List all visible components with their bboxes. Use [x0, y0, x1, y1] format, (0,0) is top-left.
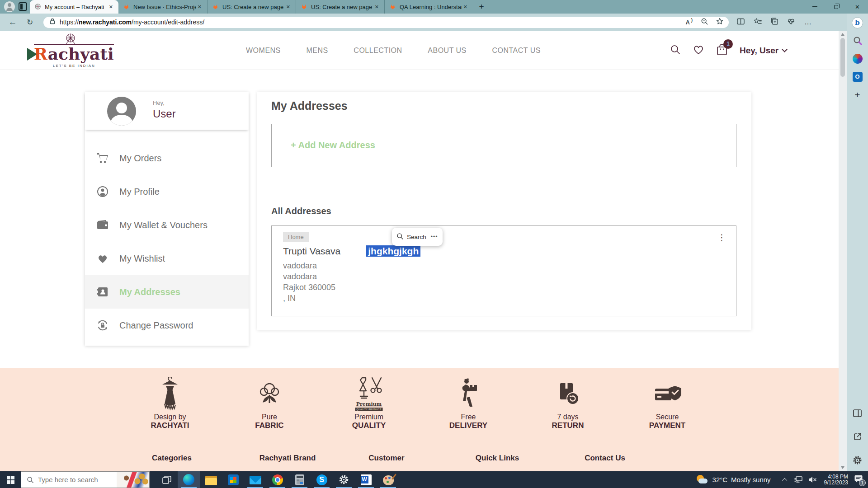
footer-features: Design by RACHYATI Pure FABRIC Premium Q… [120, 373, 717, 430]
window-close-button[interactable]: ✕ [847, 0, 868, 14]
sidebar-item-my-addresses[interactable]: My Addresses [85, 275, 249, 309]
taskbar-app-file-explorer[interactable] [200, 471, 222, 488]
open-external-icon[interactable] [852, 431, 863, 442]
browser-tab[interactable]: US: Create a new page - Checkou ✕ [207, 0, 296, 14]
taskbar-app-word[interactable] [355, 471, 377, 488]
tab-close-icon[interactable]: ✕ [373, 4, 381, 10]
sidebar-search-icon[interactable] [852, 35, 863, 47]
footer-col-brand: Rachyati Brand [259, 454, 316, 463]
zoom-out-icon[interactable] [701, 18, 708, 27]
new-tab-button[interactable]: + [476, 1, 487, 13]
greeting-hey: Hey, [153, 99, 165, 106]
avatar [107, 97, 136, 126]
browser-essentials-icon[interactable] [787, 18, 795, 27]
notification-center-button[interactable]: 1 [854, 475, 863, 484]
browser-tab[interactable]: New Issue · Ethics-Projects / Ethic ✕ [118, 0, 207, 14]
nav-item-contact-us[interactable]: CONTACT US [492, 47, 541, 55]
network-icon[interactable] [794, 476, 802, 483]
window-restore-button[interactable] [826, 0, 847, 14]
browser-tab[interactable]: QA Learning : Understanding and ✕ [384, 0, 473, 14]
mail-icon [250, 476, 261, 484]
premium-strip: QUALITY PRODUCT [355, 408, 383, 411]
browser-tab-active[interactable]: My account – Rachyati ✕ [30, 0, 118, 14]
nav-item-womens[interactable]: WOMENS [246, 47, 281, 55]
user-greeting-dropdown[interactable]: Hey, User [740, 46, 787, 56]
popup-search-label[interactable]: Search [407, 234, 426, 240]
site-search-icon[interactable] [670, 44, 681, 57]
clock[interactable]: 4:08 PM 9/12/2023 [824, 474, 848, 486]
address-options-kebab-icon[interactable]: ⋮ [717, 232, 726, 243]
sidebar-item-my-wallet[interactable]: My Wallet & Vouchers [85, 208, 249, 242]
start-button[interactable] [0, 471, 21, 488]
gitlab-favicon-icon [123, 3, 130, 10]
addresses-panel: My Addresses + Add New Address All Addre… [257, 92, 751, 330]
header-actions: 1 Hey, User [670, 31, 787, 70]
nav-item-about-us[interactable]: ABOUT US [428, 47, 467, 55]
browser-profile-avatar[interactable] [4, 1, 15, 12]
wishlist-heart-icon[interactable] [693, 44, 704, 56]
favorite-star-icon[interactable] [716, 18, 723, 27]
page-scrollbar[interactable] [839, 31, 847, 471]
taskbar-app-calculator[interactable] [288, 471, 311, 488]
popup-more-icon[interactable]: ••• [431, 234, 438, 240]
delivery-man-icon [419, 373, 518, 411]
scroll-down-icon[interactable] [841, 466, 844, 469]
sidebar-add-icon[interactable]: + [852, 89, 863, 101]
sidebar-panel-icon[interactable] [852, 407, 863, 419]
cart-bag-icon[interactable]: 1 [716, 43, 728, 58]
taskbar-app-chrome[interactable] [266, 471, 288, 488]
tab-close-icon[interactable]: ✕ [196, 4, 203, 10]
window-minimize-button[interactable] [804, 0, 826, 14]
weather-desc[interactable]: Mostly sunny [731, 476, 771, 483]
refresh-button[interactable]: ↻ [23, 18, 37, 27]
tab-close-icon[interactable]: ✕ [284, 4, 292, 10]
scroll-up-icon[interactable] [841, 33, 844, 36]
weather-icon[interactable] [696, 474, 708, 485]
weather-temp[interactable]: 32°C [712, 476, 728, 483]
taskbar-app-mail[interactable] [244, 471, 266, 488]
sidebar-item-change-password[interactable]: Change Password [85, 309, 249, 342]
read-aloud-icon[interactable]: A [686, 19, 693, 26]
footer-col-categories: Categories [152, 454, 192, 463]
favorites-icon[interactable] [754, 18, 762, 27]
microsoft-365-icon[interactable] [852, 53, 863, 65]
taskbar-app-settings[interactable] [333, 471, 355, 488]
tray-expand-icon[interactable] [782, 478, 787, 483]
address-bar[interactable]: https://new.rachyati.com/my-account/edit… [43, 17, 729, 28]
sidebar-item-my-orders[interactable]: My Orders [85, 141, 249, 175]
taskbar-search-input[interactable] [38, 476, 110, 483]
tab-close-icon[interactable]: ✕ [462, 4, 469, 10]
settings-more-icon[interactable]: … [804, 18, 812, 26]
split-screen-icon[interactable] [737, 18, 745, 27]
taskbar-app-edge[interactable] [178, 471, 200, 488]
sidebar-settings-gear-icon[interactable] [852, 454, 863, 466]
gitlab-favicon-icon [301, 3, 308, 10]
taskbar-app-skype[interactable]: S [311, 471, 333, 488]
address-line: vadodara [283, 271, 335, 282]
taskbar-search-box[interactable] [21, 471, 150, 488]
taskbar-app-store[interactable] [222, 471, 244, 488]
tab-close-icon[interactable]: ✕ [107, 4, 115, 10]
profile-card: Hey, User [85, 92, 249, 130]
nav-item-mens[interactable]: MENS [306, 47, 328, 55]
sidebar-item-my-wishlist[interactable]: My Wishlist [85, 242, 249, 275]
add-new-address-button[interactable]: + Add New Address [291, 140, 375, 150]
site-logo[interactable]: Rachyati LET'S BE INDIAN [34, 33, 114, 68]
scrollbar-thumb[interactable] [840, 38, 845, 77]
add-address-box[interactable]: + Add New Address [271, 124, 736, 167]
back-button[interactable]: ← [5, 17, 20, 27]
nav-item-collection[interactable]: COLLECTION [354, 47, 402, 55]
volume-muted-icon[interactable] [808, 476, 816, 483]
address-line: Rajkot 360005 [283, 282, 335, 293]
bing-chat-icon[interactable]: b [852, 17, 863, 28]
collections-icon[interactable] [771, 18, 778, 27]
task-view-button[interactable] [156, 471, 178, 488]
popup-search-icon[interactable] [396, 233, 403, 241]
sidebar-item-my-profile[interactable]: My Profile [85, 175, 249, 208]
taskbar-app-paint[interactable] [377, 471, 399, 488]
workspaces-icon[interactable] [19, 2, 27, 11]
search-highlight-image[interactable] [117, 472, 149, 488]
taskbar-apps: S [178, 471, 399, 488]
outlook-icon[interactable]: O [852, 71, 863, 83]
browser-tab[interactable]: US: Create a new page - Product ✕ [296, 0, 384, 14]
